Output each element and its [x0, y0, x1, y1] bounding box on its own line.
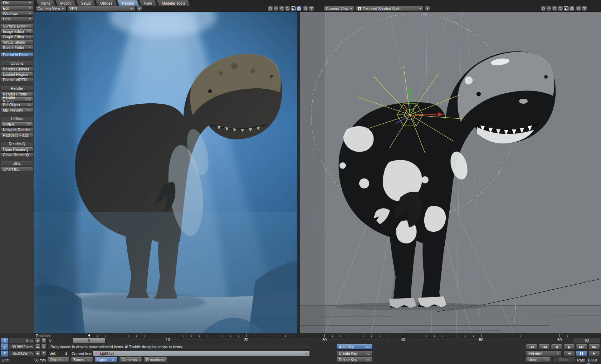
y-axis-toggle[interactable]: Y [1, 344, 9, 350]
properties-button[interactable]: Propertiesp [143, 357, 167, 363]
tab-items[interactable]: Items [36, 0, 55, 6]
surface-editor-button[interactable]: Surface EditorF5 [1, 24, 33, 28]
auto-key-button[interactable]: Auto Key+F1 [336, 344, 373, 350]
chevron-down-icon: ▼ [29, 46, 31, 49]
menu-edit[interactable]: Edit▼ [1, 6, 33, 10]
mb-preview-button[interactable]: MB Preview+F9 [1, 108, 33, 112]
fit-frame-icon[interactable] [309, 6, 314, 11]
z-envelope-button[interactable]: E [41, 350, 47, 356]
image-editor-button[interactable]: Image EditorF6 [1, 29, 33, 34]
tab-render[interactable]: Render [117, 0, 140, 6]
render-scene-button[interactable]: Render SceneF10 [1, 97, 33, 102]
tab-modify[interactable]: Modify [55, 0, 76, 6]
open-renderq-button[interactable]: Open RenderQ [1, 147, 33, 152]
limited-region-button[interactable]: Limited Regionl [1, 72, 33, 77]
center-item-icon[interactable] [268, 6, 273, 11]
zoom-icon[interactable] [558, 6, 563, 11]
left-view-type-dropdown[interactable]: Camera View▼ [35, 6, 66, 11]
prev-key-button[interactable]: +◀◀ [538, 344, 550, 350]
maximize-viewport-icon[interactable] [290, 6, 296, 11]
rotate-view-icon[interactable] [279, 6, 284, 11]
y-envelope-button[interactable]: E [41, 344, 47, 350]
edit-bones-button[interactable]: Bones+B [71, 357, 93, 363]
viewport-textured-shaded[interactable] [300, 12, 601, 333]
z-stepper[interactable]: ◀▶ [35, 350, 40, 356]
menu-file[interactable]: File▼ [1, 0, 33, 5]
go-last-frame-button[interactable]: ▶▶| [588, 344, 600, 350]
step-back-button[interactable]: ◀|| [551, 344, 562, 350]
tab-setup[interactable]: Setup [75, 0, 96, 6]
right-viewport-menu-dropdown[interactable]: ▼ [425, 6, 430, 11]
viewport-vpr-render[interactable] [34, 12, 297, 333]
menu-windows[interactable]: Windows▼ [1, 11, 33, 16]
camera-icon[interactable] [569, 6, 575, 11]
pause-button[interactable] [576, 350, 587, 356]
timeline-label: 50 [479, 338, 483, 342]
delete-key-button[interactable]: Delete Keydel [336, 357, 373, 363]
viewport-divider[interactable] [297, 12, 300, 333]
left-render-mode-dropdown[interactable]: VPR▼ [67, 6, 135, 11]
undo-button[interactable]: Undo^Z [526, 357, 551, 363]
close-renderq-button[interactable]: Close RenderQ [1, 152, 33, 157]
fit-frame-icon[interactable] [582, 6, 587, 11]
left-sidebar: File▼ Edit▼ Windows▼ Help▼ Surface Edito… [0, 0, 34, 333]
edit-lights-button[interactable]: Lights+L [94, 357, 118, 363]
enable-viper-button[interactable]: Enable VIPER [1, 77, 33, 82]
current-frame-field[interactable]: 0 [47, 338, 70, 343]
parent-in-place-button[interactable]: Parent in Place [1, 52, 33, 57]
tab-modeler-tools[interactable]: Modeler Tools [156, 0, 190, 6]
pan-icon[interactable] [546, 6, 552, 11]
smart-ibl-button[interactable]: Smart IBL [1, 167, 33, 171]
graph-editor-button[interactable]: Graph Editor^F2 [1, 34, 33, 39]
y-stepper[interactable]: ◀▶ [35, 344, 40, 350]
viewport-options-icon[interactable] [576, 6, 581, 11]
camera-icon[interactable] [296, 6, 302, 11]
sel-object-button[interactable]: Sel ObjectF11 [1, 102, 33, 107]
x-axis-toggle[interactable]: X [1, 338, 9, 344]
create-key-button[interactable]: Create Keyret [336, 350, 373, 356]
left-viewport-menu-dropdown[interactable]: ▼ [136, 6, 142, 11]
chevron-down-icon: ▼ [419, 8, 421, 10]
viper-button[interactable]: VIPERF7 [1, 122, 33, 127]
go-first-frame-button[interactable]: |◀◀ [526, 344, 537, 350]
grid-label: Grid: [1, 358, 10, 362]
chevron-down-icon: ▼ [138, 8, 141, 10]
opengl-trex-view [300, 12, 601, 333]
y-position-field[interactable]: 39.9992 mm [9, 344, 34, 350]
next-key-button[interactable]: ▶▶+ [576, 344, 587, 350]
x-position-field[interactable]: 0 m [9, 338, 34, 343]
pan-icon[interactable] [273, 6, 279, 11]
viewport-options-icon[interactable] [303, 6, 308, 11]
edit-cameras-button[interactable]: Cameras+C [119, 357, 142, 363]
grid-size-value: 50 mm [21, 358, 46, 362]
right-view-type-dropdown[interactable]: Camera View▼ [324, 6, 355, 11]
radiosity-flags-button[interactable]: Radiosity Flags [1, 133, 33, 137]
network-render-button[interactable]: Network Render [1, 127, 33, 132]
scene-editor-button[interactable]: Scene Editor▼ [1, 45, 33, 50]
tab-view[interactable]: View [139, 0, 157, 6]
chevron-down-icon: ▼ [29, 12, 31, 15]
end-frame-field[interactable]: 60 [573, 338, 600, 343]
z-axis-toggle[interactable]: Z [1, 350, 9, 357]
tab-utilities[interactable]: Utilities [95, 0, 117, 6]
center-item-icon[interactable] [541, 6, 546, 11]
zoom-icon[interactable] [285, 6, 290, 11]
preview-dropdown[interactable]: Preview▼ [526, 350, 562, 356]
render-globals-button[interactable]: Render Globals [1, 67, 33, 71]
redo-button[interactable]: Redo [552, 357, 575, 363]
play-forward-button[interactable]: ▶ [588, 350, 600, 356]
rotate-view-icon[interactable] [552, 6, 557, 11]
viewport-title-bar: Camera View▼ VPR▼ ▼ Camera View▼ TTextur… [34, 6, 601, 12]
maximize-viewport-icon[interactable] [563, 6, 569, 11]
virtual-studio-button[interactable]: Virtual Studio [1, 40, 33, 44]
current-item-dropdown[interactable]: ✚Light (3)▼ [93, 350, 310, 356]
x-stepper[interactable]: ◀▶ [35, 338, 40, 343]
play-reverse-button[interactable]: ◀ [563, 350, 575, 356]
timeline-slider[interactable]: 0 [73, 338, 106, 343]
z-position-field[interactable]: -65.0419mm [9, 350, 34, 356]
x-envelope-button[interactable]: E [41, 338, 47, 343]
menu-help[interactable]: Help▼ [1, 16, 33, 21]
right-render-mode-dropdown[interactable]: TTextured Shaded Solid▼ [356, 6, 424, 11]
step-forward-button[interactable]: ||▶ [563, 344, 575, 350]
edit-objects-button[interactable]: Objects+O [47, 357, 69, 363]
